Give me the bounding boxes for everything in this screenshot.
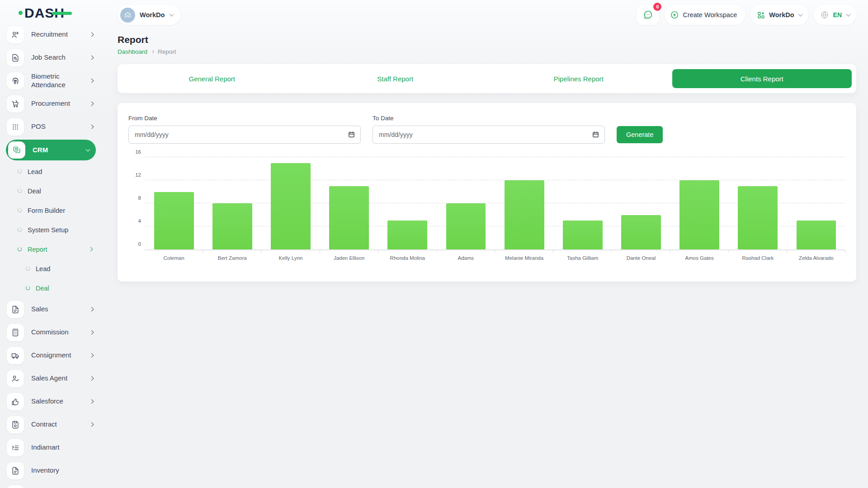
- chevron-right-icon: [90, 330, 94, 335]
- y-axis-tick-label: 4: [128, 218, 141, 224]
- job-search-icon: [11, 53, 20, 62]
- bar: [738, 186, 778, 249]
- bullet-circle-icon: [18, 208, 22, 212]
- app-root: DASH RecruitmentJob SearchBiometric Atte…: [0, 0, 868, 488]
- sidebar-subitem-label: Deal: [28, 188, 41, 195]
- sidebar-item-contract[interactable]: Contract: [6, 413, 96, 436]
- chevron-right-icon: [90, 56, 94, 60]
- chevron-right-icon: [90, 33, 94, 37]
- bullet-circle-icon: [26, 286, 30, 290]
- chevron-down-icon: [846, 12, 851, 17]
- x-axis-category-label: Rhonda Molina: [378, 255, 437, 261]
- chevron-right-icon: [89, 247, 93, 252]
- chat-icon: [643, 10, 653, 20]
- contract-icon: [11, 420, 20, 429]
- tab-staff-report[interactable]: Staff Report: [306, 69, 486, 88]
- inventory-icon: [11, 466, 20, 475]
- tab-general-report[interactable]: General Report: [122, 69, 302, 88]
- y-axis-tick-label: 16: [128, 149, 141, 155]
- sidebar-menu: RecruitmentJob SearchBiometric Attendanc…: [0, 23, 100, 488]
- recruitment-icon: [11, 30, 20, 39]
- sidebar-item-procurement[interactable]: Procurement: [6, 92, 96, 115]
- cart-icon: [11, 99, 20, 108]
- chevron-right-icon: [90, 376, 94, 381]
- sidebar-item-pos[interactable]: POS: [6, 115, 96, 138]
- sidebar-item-inventory[interactable]: Inventory: [6, 459, 96, 482]
- thumbs-up-icon: [11, 397, 20, 406]
- messages-button[interactable]: 0: [637, 5, 659, 25]
- to-date-input[interactable]: [373, 126, 605, 144]
- tab-pipelines-report[interactable]: Pipelines Report: [489, 69, 669, 88]
- x-axis-category-label: Adams: [437, 255, 495, 261]
- sidebar-subitem-label: Report: [28, 246, 47, 253]
- document-icon: [11, 305, 20, 314]
- sidebar-item-label: Inventory: [31, 466, 59, 475]
- sidebar-subitem-lead[interactable]: Lead: [6, 162, 96, 181]
- sidebar-item-label: POS: [31, 122, 46, 131]
- from-date-wrap: [128, 126, 361, 144]
- generate-button[interactable]: Generate: [617, 126, 663, 143]
- building-avatar-icon: [123, 11, 132, 19]
- sidebar-item-label: Salesforce: [31, 397, 63, 406]
- sidebar-item-biometric-attendance[interactable]: Biometric Attendance: [6, 69, 96, 92]
- bar-chart-plot: 0481216: [145, 157, 845, 250]
- create-workspace-button[interactable]: Create Workspace: [665, 5, 745, 25]
- bar-group-jaden-ellison: [320, 157, 378, 249]
- sidebar-subitem-label: Lead: [36, 265, 50, 272]
- chevron-down-icon: [798, 12, 802, 17]
- workspace-menu-button[interactable]: WorkDo: [750, 5, 808, 25]
- sidebar-subitem-report[interactable]: Report: [6, 239, 96, 259]
- x-axis-category-label: Jaden Ellison: [320, 255, 378, 261]
- fingerprint-icon: [11, 76, 20, 85]
- bar: [387, 221, 427, 249]
- breadcrumb-current: Report: [158, 48, 176, 55]
- x-axis-category-label: Bert Zamora: [203, 255, 261, 261]
- bar-group-zelda-alvarado: [787, 157, 845, 249]
- sidebar-item-indiamart[interactable]: Indiamart: [6, 436, 96, 459]
- sidebar-item-label: Recruitment: [31, 30, 68, 39]
- bullet-circle-icon: [18, 228, 22, 232]
- sidebar-subitem-system-setup[interactable]: System Setup: [6, 220, 96, 239]
- breadcrumb: Dashboard Report: [118, 48, 856, 55]
- clients-report-card: From Date To Date Generate: [118, 103, 856, 282]
- x-axis-category-label: Melanie Miranda: [495, 255, 553, 261]
- sidebar-subitem-deal[interactable]: Deal: [6, 181, 96, 201]
- from-date-input[interactable]: [128, 126, 361, 144]
- create-workspace-label: Create Workspace: [683, 11, 737, 19]
- sidebar-subitem-form-builder[interactable]: Form Builder: [6, 201, 96, 220]
- sidebar-subitem-lead[interactable]: Lead: [6, 259, 96, 278]
- bullet-circle-icon: [18, 247, 22, 251]
- sidebar-item-label: Biometric Attendance: [31, 72, 80, 89]
- clients-bar-chart: 0481216 ColemanBert ZamoraKelly LynnJade…: [128, 157, 845, 261]
- chevron-right-icon: [90, 307, 94, 312]
- sidebar-item-job-search[interactable]: Job Search: [6, 46, 96, 69]
- dash-logo[interactable]: DASH: [24, 5, 65, 21]
- workspace-switcher[interactable]: WorkDo: [118, 5, 180, 25]
- sidebar-item-sales-agent[interactable]: Sales Agent: [6, 367, 96, 390]
- logo-area: DASH: [0, 0, 100, 26]
- sidebar-item-salesforce[interactable]: Salesforce: [6, 390, 96, 413]
- fingerprint-icon: [7, 72, 24, 89]
- sidebar-item-commission[interactable]: Commission: [6, 321, 96, 344]
- sidebar-item-consignment[interactable]: Consignment: [6, 344, 96, 367]
- sidebar-item-recruitment[interactable]: Recruitment: [6, 23, 96, 46]
- document-icon: [7, 301, 24, 318]
- calculator-icon: [11, 328, 20, 337]
- tab-clients-report[interactable]: Clients Report: [672, 69, 852, 88]
- sidebar-subitem-deal[interactable]: Deal: [6, 278, 96, 298]
- job-search-icon: [7, 49, 24, 66]
- crm-icon: [8, 141, 25, 159]
- to-date-field: To Date: [373, 115, 605, 144]
- sidebar-item-partial: [6, 482, 96, 488]
- sidebar-item-crm[interactable]: CRM: [6, 140, 96, 160]
- notification-badge: 0: [653, 3, 661, 11]
- topbar: WorkDo 0 Create Workspace WorkDo: [100, 0, 868, 26]
- sidebar-item-label: Indiamart: [31, 443, 60, 452]
- inventory-icon: [7, 462, 24, 479]
- sidebar-item-sales[interactable]: Sales: [6, 298, 96, 321]
- x-axis-category-label: Zelda Alvarado: [787, 255, 845, 261]
- report-tabs: General Report Staff Report Pipelines Re…: [118, 64, 856, 93]
- breadcrumb-dashboard-link[interactable]: Dashboard: [118, 48, 147, 55]
- workspace-name: WorkDo: [140, 11, 165, 19]
- language-selector[interactable]: EN: [814, 5, 856, 25]
